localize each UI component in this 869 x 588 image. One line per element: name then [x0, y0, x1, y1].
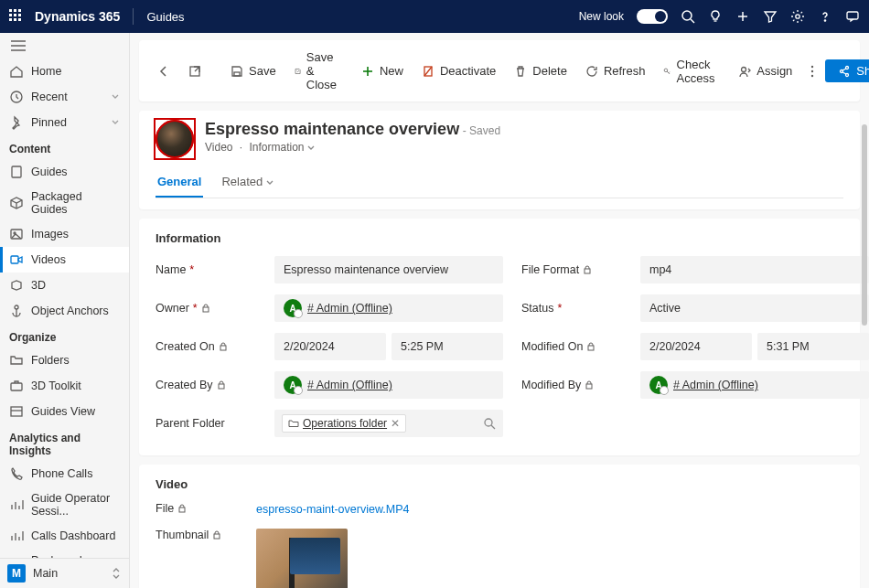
folder-icon [288, 418, 299, 429]
nav-videos[interactable]: Videos [0, 247, 129, 273]
nav-folders[interactable]: Folders [0, 347, 129, 373]
modified-by-link[interactable]: # Admin (Offline) [673, 379, 758, 391]
filter-icon[interactable] [763, 9, 778, 24]
thumbnail-image[interactable] [256, 529, 348, 588]
label-file: File [156, 502, 256, 515]
owner-link[interactable]: # Admin (Offline) [307, 302, 392, 315]
overflow-button[interactable] [803, 60, 821, 82]
app-launcher-icon[interactable] [9, 9, 24, 24]
svg-rect-38 [219, 384, 224, 389]
nav-images[interactable]: Images [0, 221, 129, 247]
delete-button[interactable]: Delete [507, 59, 574, 82]
nav-calls-dashboard[interactable]: Calls Dashboard [0, 523, 129, 549]
chart-icon [9, 529, 24, 543]
created-by-link[interactable]: # Admin (Offline) [307, 379, 392, 391]
field-created-on: 2/20/20245:25 PM [274, 333, 503, 360]
save-close-button[interactable]: Save & Close [287, 46, 350, 96]
field-modified-on: 2/20/20245:31 PM [640, 333, 869, 360]
nav-label: Guide Operator Sessi... [31, 492, 120, 518]
open-new-window-button[interactable] [181, 60, 209, 82]
folder-icon [9, 353, 24, 368]
trash-icon [514, 65, 527, 78]
field-name[interactable]: Espresso maintenance overview [274, 256, 503, 283]
information-section: Information Name * Espresso maintenance … [139, 219, 860, 455]
field-parent-folder[interactable]: Operations folder ✕ [274, 410, 503, 437]
assign-icon [738, 65, 751, 78]
share-button[interactable]: Share [825, 59, 869, 82]
svg-rect-17 [11, 383, 22, 390]
deactivate-icon [422, 65, 434, 78]
chat-icon[interactable] [845, 9, 860, 24]
nav-phone-calls[interactable]: Phone Calls [0, 461, 129, 486]
field-status[interactable]: Active [640, 294, 869, 322]
new-look-toggle[interactable] [637, 9, 668, 24]
nav-pinned[interactable]: Pinned [0, 110, 129, 135]
nav-section-content: Content [0, 135, 129, 159]
nav-3d-toolkit[interactable]: 3D Toolkit [0, 373, 129, 399]
svg-point-6 [824, 20, 825, 21]
lightbulb-icon[interactable] [708, 9, 723, 24]
nav-3d[interactable]: 3D [0, 273, 129, 298]
lookup-tag[interactable]: Operations folder ✕ [282, 414, 406, 433]
refresh-button[interactable]: Refresh [578, 59, 653, 82]
tab-general[interactable]: General [156, 169, 203, 198]
help-icon[interactable] [818, 9, 832, 24]
chevron-down-icon [111, 118, 120, 127]
entity-type: Video [205, 141, 232, 154]
nav-guide-operator[interactable]: Guide Operator Sessi... [0, 486, 129, 523]
arrow-left-icon [157, 65, 170, 78]
scrollbar[interactable] [862, 124, 867, 326]
svg-rect-36 [220, 346, 226, 350]
brand-label: Dynamics 365 [35, 9, 120, 24]
label-modified-on: Modified On [521, 340, 622, 353]
plus-icon[interactable] [735, 9, 750, 24]
search-icon[interactable] [681, 9, 695, 24]
svg-rect-15 [11, 256, 18, 263]
tab-related[interactable]: Related [220, 169, 274, 198]
nav-recent[interactable]: Recent [0, 84, 129, 110]
home-icon [9, 64, 24, 79]
file-link[interactable]: espresso-maint-overview.MP4 [256, 503, 409, 516]
svg-line-1 [691, 19, 694, 23]
svg-point-31 [846, 66, 849, 69]
nav-packaged-guides[interactable]: Packaged Guides [0, 185, 129, 221]
gear-icon[interactable] [790, 9, 805, 24]
field-file-format: mp4 [640, 256, 869, 283]
nav-guides[interactable]: Guides [0, 159, 129, 185]
hamburger-icon[interactable] [0, 33, 129, 59]
deactivate-button[interactable]: Deactivate [414, 59, 503, 82]
lock-icon [212, 530, 221, 540]
share-icon [838, 65, 851, 78]
nav-object-anchors[interactable]: Object Anchors [0, 298, 129, 324]
record-header-card: Espresso maintenance overview - Saved Vi… [139, 111, 860, 209]
svg-rect-42 [179, 508, 185, 512]
plus-icon [361, 65, 374, 78]
svg-point-29 [811, 69, 813, 71]
form-selector[interactable]: Information [250, 141, 315, 154]
chevron-down-icon [266, 179, 274, 187]
save-button[interactable]: Save [223, 59, 284, 82]
remove-tag-icon[interactable]: ✕ [391, 417, 400, 430]
nav-home[interactable]: Home [0, 59, 129, 84]
command-bar: Save Save & Close New Deactivate Delete … [139, 40, 860, 102]
assign-button[interactable]: Assign [731, 59, 799, 82]
nav-label: 3D [31, 279, 46, 292]
area-switcher[interactable]: M Main [0, 558, 129, 588]
module-label: Guides [146, 10, 184, 24]
svg-rect-37 [588, 346, 594, 350]
record-image[interactable] [156, 120, 194, 158]
nav-packaged-guides-op[interactable]: Packaged Guides Op... [0, 549, 129, 558]
save-close-icon [295, 65, 301, 78]
nav-label: Videos [31, 253, 66, 266]
svg-rect-43 [214, 534, 220, 539]
lock-icon [201, 304, 210, 313]
svg-rect-34 [585, 269, 590, 273]
back-button[interactable] [150, 60, 177, 82]
new-button[interactable]: New [354, 59, 411, 82]
field-owner[interactable]: A# Admin (Offline) [274, 294, 503, 322]
svg-point-16 [15, 305, 18, 309]
svg-line-25 [424, 67, 432, 76]
check-access-button[interactable]: Check Access [656, 53, 727, 90]
nav-guides-view[interactable]: Guides View [0, 399, 129, 424]
search-icon[interactable] [483, 417, 496, 430]
